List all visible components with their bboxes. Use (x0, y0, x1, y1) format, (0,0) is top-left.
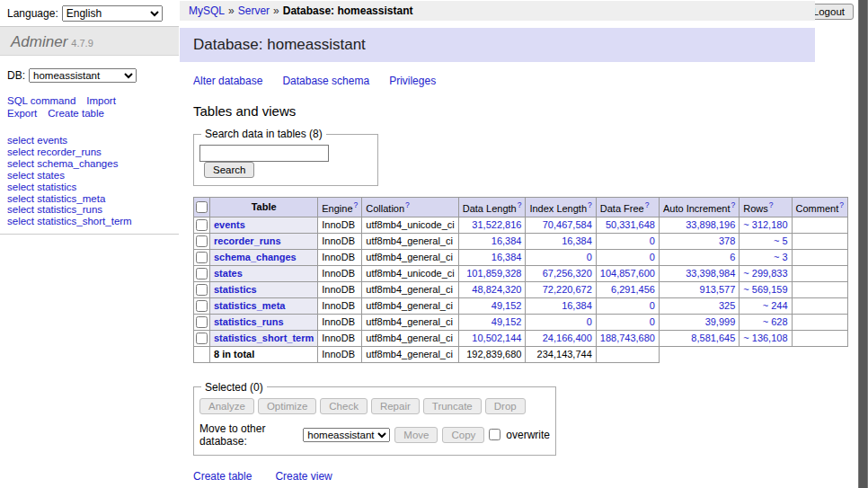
data-length-link[interactable]: 49,152 (492, 316, 522, 327)
row-checkbox-statistics[interactable] (196, 284, 208, 296)
breadcrumb-link-server[interactable]: Server (238, 4, 270, 17)
row-checkbox-statistics_short_term[interactable] (196, 333, 208, 344)
table-link-states[interactable]: states (214, 268, 243, 279)
row-checkbox-statistics_runs[interactable] (196, 316, 208, 328)
sidebar-select-schema-changes[interactable]: select schema_changes (7, 158, 179, 170)
data-length-link[interactable]: 16,384 (492, 252, 522, 262)
data-length-link[interactable]: 101,859,328 (466, 268, 521, 279)
auto-increment-link[interactable]: 33,398,984 (686, 268, 735, 279)
data-free-link[interactable]: 104,857,600 (600, 268, 655, 279)
rows-link[interactable]: ~ 244 (763, 300, 788, 311)
rows-link[interactable]: ~ 5 (774, 235, 788, 246)
auto-increment-link[interactable]: 33,898,196 (686, 219, 735, 230)
sidebar-action-import[interactable]: Import (86, 95, 116, 106)
index-length-link[interactable]: 67,256,320 (543, 268, 592, 279)
truncate-button[interactable]: Truncate (423, 398, 482, 414)
row-checkbox-schema_changes[interactable] (196, 252, 208, 263)
data-free-link[interactable]: 0 (650, 300, 655, 311)
auto-increment-link[interactable]: 39,999 (705, 316, 736, 327)
row-checkbox-states[interactable] (196, 268, 208, 279)
search-button[interactable]: Search (204, 162, 254, 178)
alter-database-link[interactable]: Alter database (193, 75, 262, 87)
language-select[interactable]: English (62, 5, 163, 22)
data-length-link[interactable]: 31,522,816 (472, 219, 521, 230)
table-link-statistics[interactable]: statistics (214, 284, 257, 295)
index-length-link[interactable]: 72,220,672 (543, 284, 592, 295)
rows-link[interactable]: ~ 3 (774, 252, 788, 262)
help-link[interactable]: ? (354, 200, 359, 209)
help-link[interactable]: ? (731, 200, 736, 209)
auto-increment-link[interactable]: 913,577 (700, 284, 736, 295)
scrollbar[interactable] (858, 0, 868, 488)
select-all-checkbox[interactable] (196, 201, 208, 213)
auto-increment-link[interactable]: 378 (719, 235, 735, 246)
row-checkbox-events[interactable] (196, 219, 208, 231)
scrollbar-thumb[interactable] (859, 0, 867, 488)
sidebar-select-states[interactable]: select states (7, 170, 179, 182)
sidebar-select-statistics[interactable]: select statistics (7, 182, 179, 193)
help-link[interactable]: ? (769, 200, 774, 209)
optimize-button[interactable]: Optimize (258, 398, 316, 414)
data-length-link[interactable]: 48,824,320 (472, 284, 521, 295)
data-length-link[interactable]: 16,384 (492, 235, 522, 246)
data-free-link[interactable]: 50,331,648 (606, 219, 655, 230)
drop-button[interactable]: Drop (485, 398, 526, 414)
data-free-link[interactable]: 188,743,680 (600, 333, 655, 343)
index-length-link[interactable]: 0 (587, 252, 592, 262)
table-link-statistics_runs[interactable]: statistics_runs (214, 316, 284, 327)
row-checkbox-statistics_meta[interactable] (196, 300, 208, 312)
table-link-statistics_short_term[interactable]: statistics_short_term (214, 333, 314, 343)
row-checkbox-recorder_runs[interactable] (196, 235, 208, 247)
move-button[interactable]: Move (394, 427, 438, 443)
sidebar-select-recorder-runs[interactable]: select recorder_runs (7, 146, 179, 158)
data-free-link[interactable]: 0 (650, 252, 655, 262)
rows-link[interactable]: ~ 312,180 (743, 219, 787, 230)
overwrite-checkbox[interactable] (489, 429, 500, 440)
index-length-link[interactable]: 16,384 (562, 235, 592, 246)
data-length-link[interactable]: 10,502,144 (472, 333, 521, 343)
index-length-link[interactable]: 24,166,400 (543, 333, 592, 343)
sidebar-select-statistics-short-term[interactable]: select statistics_short_term (7, 216, 179, 227)
move-db-select[interactable]: homeassistant (303, 428, 390, 442)
index-length-link[interactable]: 16,384 (562, 300, 592, 311)
help-link[interactable]: ? (405, 200, 410, 209)
search-input[interactable] (199, 145, 329, 162)
help-link[interactable]: ? (588, 200, 592, 209)
check-button[interactable]: Check (320, 398, 368, 414)
table-link-statistics_meta[interactable]: statistics_meta (214, 300, 286, 311)
sidebar-select-statistics-runs[interactable]: select statistics_runs (7, 204, 179, 216)
database-schema-link[interactable]: Database schema (282, 75, 369, 87)
data-free-link[interactable]: 0 (650, 235, 655, 246)
auto-increment-link[interactable]: 6 (730, 252, 735, 262)
auto-increment-link[interactable]: 325 (719, 300, 735, 311)
sidebar-select-events[interactable]: select events (7, 135, 179, 146)
repair-button[interactable]: Repair (371, 398, 420, 414)
data-free-link[interactable]: 6,291,456 (611, 284, 655, 295)
sidebar-select-statistics-meta[interactable]: select statistics_meta (7, 193, 179, 205)
rows-link[interactable]: ~ 299,833 (743, 268, 787, 279)
analyze-button[interactable]: Analyze (199, 398, 254, 414)
index-length-link[interactable]: 0 (587, 316, 592, 327)
help-link[interactable]: ? (645, 200, 650, 209)
sidebar-action-create-table[interactable]: Create table (48, 108, 104, 119)
help-link[interactable]: ? (839, 200, 844, 209)
data-length-link[interactable]: 49,152 (492, 300, 522, 311)
help-link[interactable]: ? (518, 200, 522, 209)
table-link-schema_changes[interactable]: schema_changes (214, 252, 297, 262)
table-link-recorder_runs[interactable]: recorder_runs (214, 235, 281, 246)
create-view-link[interactable]: Create view (275, 470, 332, 483)
sidebar-action-sql-command[interactable]: SQL command (7, 95, 75, 106)
copy-button[interactable]: Copy (442, 427, 484, 443)
breadcrumb-link-mysql[interactable]: MySQL (189, 4, 225, 17)
rows-link[interactable]: ~ 136,108 (743, 333, 787, 343)
rows-link[interactable]: ~ 569,159 (743, 284, 787, 295)
create-table-link[interactable]: Create table (193, 470, 252, 483)
index-length-link[interactable]: 70,467,584 (543, 219, 592, 230)
data-free-link[interactable]: 0 (650, 316, 655, 327)
table-link-events[interactable]: events (214, 219, 245, 230)
sidebar-action-export[interactable]: Export (7, 108, 37, 119)
rows-link[interactable]: ~ 628 (763, 316, 788, 327)
db-select[interactable]: homeassistant (29, 68, 137, 83)
auto-increment-link[interactable]: 8,581,645 (691, 333, 735, 343)
privileges-link[interactable]: Privileges (389, 75, 436, 87)
